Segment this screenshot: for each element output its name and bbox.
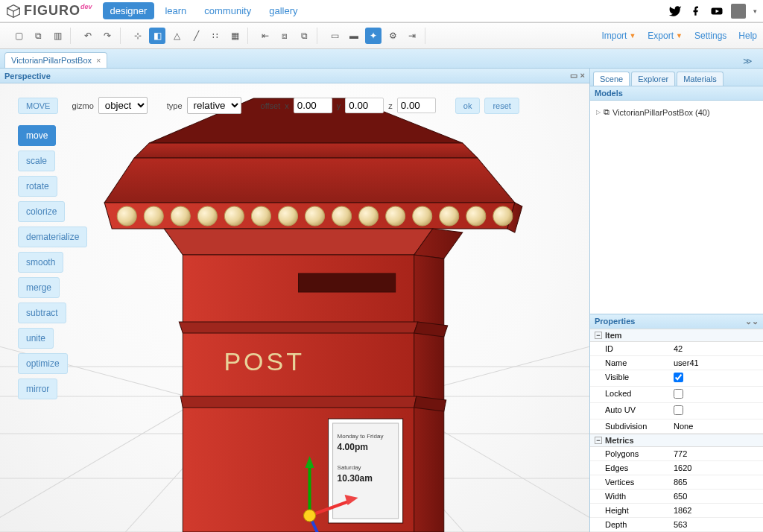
help-link[interactable]: Help (738, 31, 757, 41)
svg-marker-43 (179, 322, 417, 333)
close-icon[interactable]: × (96, 56, 101, 65)
prop-value[interactable]: 650 (669, 490, 763, 503)
tool-scale[interactable]: scale (18, 151, 55, 171)
tool-save-icon[interactable]: ⧉ (30, 28, 46, 44)
scene-tree[interactable]: ▷ ⧉ VictorianPillarPostBox (40) (590, 101, 763, 314)
tool-cube-icon[interactable]: ◧ (149, 28, 165, 44)
nav-designer[interactable]: designer (103, 2, 155, 19)
prop-value[interactable]: 865 (669, 475, 763, 489)
import-menu[interactable]: Import▼ (601, 31, 636, 41)
tool-mirror[interactable]: mirror (18, 379, 57, 399)
prop-value[interactable]: None (669, 419, 763, 433)
gizmo-select[interactable]: object (98, 97, 148, 114)
prop-value[interactable]: 772 (669, 447, 763, 460)
prop-value[interactable]: 42 (669, 342, 763, 355)
twitter-icon[interactable] (668, 4, 682, 18)
z-label: z (388, 101, 393, 110)
reset-button[interactable]: reset (484, 98, 519, 114)
tool-rotate[interactable]: rotate (18, 176, 57, 197)
tool-settings-icon[interactable]: ⚙ (384, 28, 401, 44)
logo-cube-icon (6, 4, 21, 19)
tool-redo-icon[interactable]: ↷ (99, 28, 115, 44)
tool-box-icon[interactable]: ▭ (326, 28, 343, 44)
checkbox[interactable] (674, 405, 683, 415)
offset-z-input[interactable] (397, 98, 436, 113)
x-label: x (285, 101, 289, 110)
checkbox[interactable] (674, 373, 683, 382)
youtube-icon[interactable] (710, 4, 724, 18)
facebook-icon[interactable] (689, 4, 703, 18)
type-select[interactable]: relative (187, 97, 241, 114)
nav-learn[interactable]: learn (157, 2, 194, 19)
tool-merge-icon[interactable]: ⧉ (296, 28, 312, 44)
tool-fill-icon[interactable]: ▬ (346, 28, 362, 44)
tool-unite[interactable]: unite (18, 328, 54, 349)
svg-point-26 (197, 206, 217, 226)
tool-duplicate-icon[interactable]: ⧈ (276, 28, 293, 44)
tool-points-icon[interactable]: ∷ (207, 28, 224, 44)
export-menu[interactable]: Export▼ (648, 31, 683, 41)
prop-value[interactable] (669, 387, 763, 402)
tab-explorer[interactable]: Explorer (631, 72, 675, 86)
prop-value[interactable]: user41 (669, 356, 763, 370)
checkbox[interactable] (674, 389, 683, 399)
file-tab[interactable]: VictorianPillarPostBox × (4, 52, 107, 68)
tool-grid-icon[interactable]: ▦ (227, 28, 243, 44)
user-avatar[interactable] (731, 4, 746, 19)
model-postbox[interactable]: POST Monday to Friday 4.00pm Saturday 10… (0, 83, 589, 532)
tool-copy-icon[interactable]: ▥ (49, 28, 66, 44)
svg-point-28 (251, 206, 270, 226)
prop-value[interactable]: 1862 (669, 504, 763, 517)
tool-optimize[interactable]: optimize (18, 353, 68, 374)
restore-icon[interactable]: ▭ (570, 71, 577, 80)
tool-snap-icon[interactable]: ✦ (365, 28, 382, 44)
prop-value[interactable]: 563 (669, 518, 763, 531)
offset-y-input[interactable] (345, 98, 384, 113)
section-item: Item (605, 331, 622, 340)
prop-row: Width650 (590, 490, 763, 504)
nav-gallery[interactable]: gallery (262, 2, 305, 19)
tool-align-icon[interactable]: ⇤ (257, 28, 273, 44)
prop-value[interactable]: 1620 (669, 461, 763, 475)
avatar-dropdown-icon[interactable]: ▾ (753, 7, 757, 15)
offset-x-input[interactable] (294, 98, 332, 113)
nav-community[interactable]: community (197, 2, 259, 19)
mode-chip[interactable]: MOVE (18, 98, 58, 114)
logo[interactable]: FIGURO dev (6, 3, 95, 19)
tool-triangle-icon[interactable]: △ (168, 28, 185, 44)
expand-icon[interactable]: ▷ (596, 109, 601, 115)
collapse-icon[interactable]: − (595, 332, 602, 339)
tool-dematerialize[interactable]: dematerialize (18, 227, 87, 247)
prop-value[interactable] (669, 370, 763, 386)
viewport[interactable]: POST Monday to Friday 4.00pm Saturday 10… (0, 83, 589, 532)
tab-scene[interactable]: Scene (593, 72, 630, 86)
tool-subtract[interactable]: subtract (18, 303, 66, 323)
tool-select-icon[interactable]: ⊹ (130, 28, 146, 44)
type-label: type (167, 101, 183, 110)
prop-key: Locked (590, 387, 669, 402)
tool-line-icon[interactable]: ╱ (188, 28, 204, 44)
svg-point-37 (493, 206, 513, 226)
tab-materials[interactable]: Materials (677, 72, 724, 86)
tree-item-label: VictorianPillarPostBox (40) (612, 108, 710, 117)
svg-point-31 (332, 206, 352, 226)
tool-smooth[interactable]: smooth (18, 252, 63, 273)
tree-item[interactable]: ▷ ⧉ VictorianPillarPostBox (40) (595, 105, 759, 119)
settings-link[interactable]: Settings (694, 31, 726, 41)
tool-undo-icon[interactable]: ↶ (80, 28, 96, 44)
prop-value[interactable] (669, 403, 763, 419)
close-panel-icon[interactable]: × (580, 71, 585, 80)
tool-export-icon[interactable]: ⇥ (404, 28, 420, 44)
tool-new-icon[interactable]: ▢ (10, 28, 27, 44)
tree-model-icon: ⧉ (604, 107, 610, 117)
prop-key: Width (590, 490, 669, 503)
prop-key: Visible (590, 370, 669, 386)
tool-merge[interactable]: merge (18, 277, 60, 298)
ok-button[interactable]: ok (455, 98, 481, 114)
tool-move[interactable]: move (18, 125, 56, 146)
expand-all-icon[interactable]: ⌄⌄ (745, 317, 759, 326)
tool-colorize[interactable]: colorize (18, 201, 65, 222)
viewport-header: Perspective ▭ × (0, 69, 589, 83)
collapse-icon[interactable]: − (595, 437, 602, 444)
tab-scroll-icon[interactable]: ≫ (737, 54, 759, 68)
